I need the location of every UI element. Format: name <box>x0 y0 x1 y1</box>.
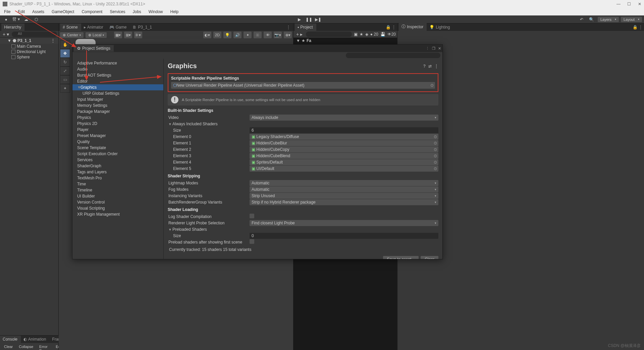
cat-script-order[interactable]: Script Execution Order <box>72 151 163 157</box>
increment-icon[interactable]: ⊪▾ <box>134 32 142 38</box>
favorites-row[interactable]: ▼★Fa <box>293 38 397 44</box>
cat-audio[interactable]: Audio <box>72 66 163 72</box>
help-icon[interactable]: ? <box>423 64 426 69</box>
tab-menu[interactable]: ⋮ <box>284 24 293 31</box>
settings-icon[interactable]: ⬡ <box>32 16 40 23</box>
visibility-icon[interactable]: 👁 <box>264 32 272 38</box>
project-create[interactable]: + ▸ <box>295 32 304 37</box>
save-to-asset-button[interactable]: Save to asset... <box>383 256 419 259</box>
cat-version[interactable]: Version Control <box>72 199 163 205</box>
grid-icon[interactable]: ▦▾ <box>114 32 122 38</box>
object-picker-icon[interactable]: ⊙ <box>434 147 437 152</box>
scene-root[interactable]: ▼ ⬣ P3_1_1 ⋮ <box>0 38 58 44</box>
pivot-dropdown[interactable]: ⊕Center <box>60 32 84 38</box>
hierarchy-search-input[interactable]: All <box>12 32 57 37</box>
object-picker-icon[interactable]: ⊙ <box>434 154 437 158</box>
cat-urp-global[interactable]: URP Global Settings <box>72 90 163 96</box>
shader-field[interactable]: ▣ Hidden/CubeBlur⊙ <box>250 140 438 146</box>
lighting-icon[interactable]: 💡 <box>223 32 231 38</box>
hierarchy-item[interactable]: Sphere <box>0 54 58 60</box>
filter-icon[interactable]: ▣ <box>354 32 358 37</box>
console-tab[interactable]: Console <box>0 336 21 343</box>
shader-field[interactable]: ▣ UI/Default⊙ <box>250 166 438 172</box>
menu-file[interactable]: File <box>1 9 13 15</box>
cat-memory[interactable]: Memory Settings <box>72 102 163 108</box>
stripping-dropdown[interactable]: Automatic <box>250 186 438 192</box>
cat-xr[interactable]: XR Plugin Management <box>72 211 163 217</box>
video-dropdown[interactable]: Always include <box>250 115 438 121</box>
menu-jobs[interactable]: Jobs <box>130 9 144 15</box>
cat-services[interactable]: Services <box>72 157 163 163</box>
cat-shadergraph[interactable]: ShaderGraph <box>72 163 163 169</box>
shader-field[interactable]: ▣ Legacy Shaders/Diffuse⊙ <box>250 134 438 140</box>
rect-tool[interactable]: ▭ <box>60 75 70 84</box>
cat-physics[interactable]: Physics <box>72 115 163 121</box>
preloaded-foldout[interactable]: ▼Preloaded Shaders <box>168 227 250 232</box>
inspector-lock-icon[interactable]: 🔒 ⋮ <box>631 24 644 31</box>
menu-gameobject[interactable]: GameObject <box>49 9 77 15</box>
hand-tool[interactable]: ✋ <box>60 40 70 49</box>
filter-fav-icon[interactable]: ★ <box>360 32 363 37</box>
shader-field[interactable]: ▣ Hidden/CubeBlend⊙ <box>250 153 438 159</box>
size-input[interactable]: 6 <box>250 127 438 133</box>
project-search-input[interactable] <box>306 32 352 37</box>
animator-tab[interactable]: ▸ Animator <box>81 24 107 31</box>
window-close-icon[interactable]: ✕ <box>438 46 441 51</box>
light-probe-dropdown[interactable]: Find closest Light Probe <box>250 220 438 226</box>
undo-history-icon[interactable]: ↶ <box>578 16 586 23</box>
shader-field[interactable]: ▣ Hidden/CubeCopy⊙ <box>250 146 438 152</box>
menu-services[interactable]: Services <box>107 9 128 15</box>
search-global-icon[interactable]: 🔍 <box>588 16 596 23</box>
space-dropdown[interactable]: ⊕Local <box>86 32 107 38</box>
project-settings-tab[interactable]: ✿ Project Settings <box>74 45 114 52</box>
hierarchy-tab[interactable]: Hierarchy <box>1 24 24 31</box>
window-pop-icon[interactable]: ❐ <box>432 46 435 51</box>
log-compilation-checkbox[interactable] <box>250 214 254 218</box>
stripping-dropdown[interactable]: Automatic <box>250 180 438 186</box>
cat-burst[interactable]: Burst AOT Settings <box>72 72 163 78</box>
step-button[interactable]: ▶❚ <box>314 16 322 23</box>
cat-player[interactable]: Player <box>72 127 163 133</box>
error-pause-button[interactable]: Error Pause <box>37 344 52 350</box>
inspector-tab[interactable]: ⓘ Inspector <box>399 23 427 31</box>
save-icon[interactable]: 💾 <box>380 32 385 37</box>
move-tool[interactable]: ✥ <box>60 49 70 58</box>
filter-type-icon[interactable]: ◈ <box>365 32 368 37</box>
cat-timeline[interactable]: Timeline <box>72 187 163 193</box>
play-button[interactable]: ▶ <box>296 16 304 23</box>
preload-size-input[interactable]: 0 <box>250 233 438 239</box>
object-picker-icon[interactable]: ⊙ <box>434 134 437 139</box>
object-picker-icon[interactable]: ⊙ <box>434 141 437 145</box>
hidden-count-icon[interactable]: ● 20 <box>370 32 378 37</box>
cat-time[interactable]: Time <box>72 181 163 187</box>
cat-input[interactable]: Input Manager <box>72 96 163 102</box>
2d-toggle[interactable]: 2D <box>213 32 221 38</box>
cat-quality[interactable]: Quality <box>72 139 163 145</box>
hidden-icon[interactable]: 👁⃠ <box>254 32 262 38</box>
cat-graphics[interactable]: ▼Graphics <box>72 84 163 90</box>
preset-icon[interactable]: ⇄ <box>428 64 432 69</box>
pause-button[interactable]: ❚❚ <box>305 16 313 23</box>
minimize-button[interactable]: — <box>616 2 620 6</box>
stripping-dropdown[interactable]: Strip Unused <box>250 193 438 199</box>
shader-field[interactable]: ▣ Sprites/Default⊙ <box>250 159 438 165</box>
clear-button[interactable]: Clear ▾ <box>2 344 15 350</box>
cat-scenetmpl[interactable]: Scene Template <box>72 145 163 151</box>
clear-button[interactable]: Clear <box>421 256 438 259</box>
cat-visual-scripting[interactable]: Visual Scripting <box>72 205 163 211</box>
menu-component[interactable]: Component <box>79 9 105 15</box>
cat-adaptive[interactable]: Adaptive Performance <box>72 60 163 66</box>
maximize-button[interactable]: ☐ <box>627 2 631 6</box>
scene-tab[interactable]: # Scene <box>60 24 81 31</box>
layout-dropdown[interactable]: Layout <box>621 17 642 22</box>
menu-window[interactable]: Window <box>146 9 166 15</box>
cloud-icon[interactable]: ☁ <box>22 16 30 23</box>
cat-package[interactable]: Package Manager <box>72 108 163 115</box>
layers-dropdown[interactable]: Layers <box>598 17 619 22</box>
srp-asset-field[interactable]: ⬡New Universal Render Pipeline Asset (Un… <box>171 82 435 89</box>
collapse-button[interactable]: Collapse <box>17 344 35 350</box>
object-picker-icon[interactable]: ⊙ <box>434 166 437 171</box>
window-menu-icon[interactable]: ⋮ <box>426 46 429 51</box>
services-icon[interactable]: 臂 ▾ <box>12 16 20 23</box>
create-dropdown[interactable]: + ▾ <box>1 32 10 37</box>
